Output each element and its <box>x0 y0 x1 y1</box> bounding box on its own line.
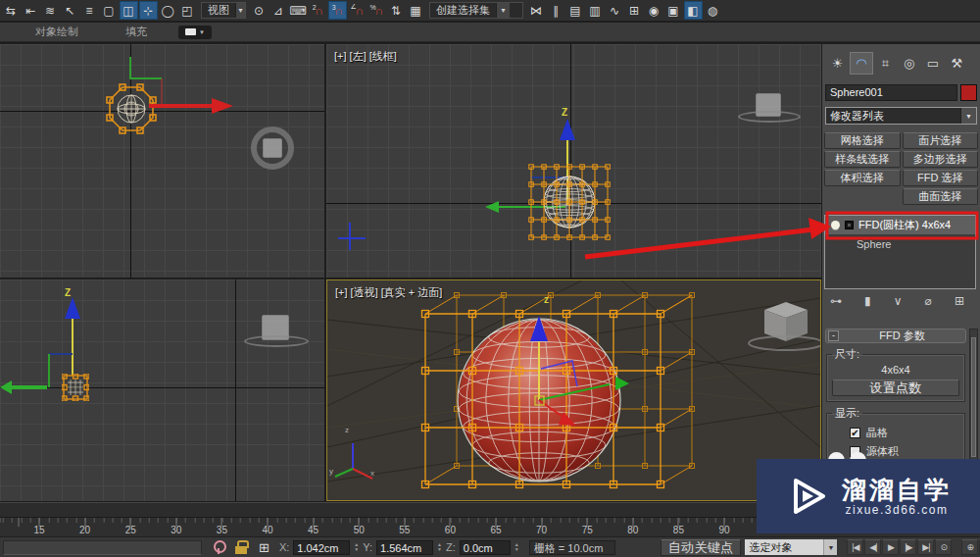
ribbon-tab-populate[interactable]: 填充 <box>112 25 161 39</box>
modifier-set-button[interactable]: 曲面选择 <box>903 188 979 205</box>
bind-to-space-warp-icon[interactable]: ≋ <box>41 1 60 20</box>
go-to-start-button[interactable]: |◀ <box>847 539 863 555</box>
x-spinner[interactable]: ▲▼ <box>354 542 359 552</box>
viewport-left[interactable]: [+] [左] [线框] Z <box>326 44 821 278</box>
modifier-stack[interactable]: FFD(圆柱体) 4x6x4 Sphere <box>824 215 976 289</box>
viewport-left-label[interactable]: [+] [左] [线框] <box>334 49 397 64</box>
key-icon[interactable] <box>214 540 223 555</box>
object-name-field[interactable]: Sphere001 <box>825 84 957 101</box>
modifier-set-button[interactable]: 多边形选择 <box>903 151 979 168</box>
chevron-down-icon[interactable]: ▼ <box>496 3 510 18</box>
modifier-set-button[interactable]: 样条线选择 <box>824 151 901 168</box>
window-crossing-icon[interactable]: ◫ <box>120 1 138 20</box>
previous-frame-button[interactable]: ◀| <box>864 539 881 555</box>
render-setup-icon[interactable]: ▣ <box>664 1 683 20</box>
keyboard-override-icon[interactable]: ⌨ <box>289 1 308 20</box>
select-and-rotate-icon[interactable]: ◯ <box>159 1 177 20</box>
select-and-link-icon[interactable]: ⇆ <box>2 1 21 20</box>
scrollbar-thumb[interactable] <box>971 337 976 457</box>
tab-modify[interactable]: ◠ <box>850 52 872 75</box>
next-frame-button[interactable]: |▶ <box>900 539 916 555</box>
viewcube-ring[interactable] <box>244 335 309 347</box>
z-spinner[interactable]: ▲▼ <box>514 542 519 552</box>
ffd-sphere-left-view[interactable] <box>527 162 612 244</box>
viewcube[interactable] <box>263 138 282 158</box>
tab-display[interactable]: ▭ <box>921 52 944 75</box>
viewcube[interactable] <box>749 302 820 350</box>
select-by-name-icon[interactable]: ≡ <box>80 1 99 20</box>
align-icon[interactable]: ∥ <box>547 1 565 20</box>
show-end-result-icon[interactable]: ▮ <box>864 294 871 308</box>
tab-utilities[interactable]: ⚒ <box>946 52 968 75</box>
layer-manager-icon[interactable]: ▤ <box>566 1 585 20</box>
unlink-selection-icon[interactable]: ⇤ <box>22 1 40 20</box>
ribbon-config-dropdown[interactable]: ▼ <box>178 25 212 39</box>
collapse-icon[interactable]: - <box>828 330 839 341</box>
viewport-perspective-label[interactable]: [+] [透视] [真实 + 边面] <box>335 285 442 300</box>
select-object-icon[interactable]: ↖ <box>61 1 79 20</box>
material-editor-icon[interactable]: ◉ <box>645 1 663 20</box>
spinner-snap-icon[interactable]: ⇅ <box>387 1 406 20</box>
zoom-icon[interactable]: ⊕ <box>961 539 978 555</box>
viewcube-ring[interactable] <box>738 111 801 123</box>
modifier-stack-row[interactable]: Sphere <box>825 234 975 253</box>
y-coordinate-field[interactable]: 1.564cm <box>376 540 433 555</box>
modifier-stack-row[interactable]: FFD(圆柱体) 4x6x4 <box>825 216 975 234</box>
source-volume-checkbox-label[interactable]: 源体积 <box>866 444 899 459</box>
modifier-list-dropdown[interactable]: 修改器列表 ▼ <box>825 107 977 125</box>
snap-3d-icon[interactable]: 3∩ <box>328 1 347 20</box>
percent-snap-icon[interactable]: %∩ <box>368 1 386 20</box>
select-and-scale-icon[interactable]: ◰ <box>178 1 197 20</box>
remove-modifier-icon[interactable]: ⌀ <box>925 294 932 308</box>
chevron-down-icon[interactable]: ▼ <box>960 108 976 124</box>
ribbon-tab-object-paint[interactable]: 对象绘制 <box>22 25 92 39</box>
edit-named-sets-icon[interactable]: ▦ <box>407 1 425 20</box>
render-production-icon[interactable]: ◍ <box>704 1 722 20</box>
selection-lock-icon[interactable] <box>235 540 247 554</box>
angle-snap-icon[interactable]: ∠∩ <box>348 1 367 20</box>
select-and-move-icon[interactable]: ⊹ <box>139 1 158 20</box>
coordinate-display-icon[interactable]: ⊞ <box>259 540 270 555</box>
rollout-header[interactable]: - FFD 参数 <box>825 329 966 343</box>
key-filter-dropdown[interactable]: 选定对象 ▼ <box>745 539 837 555</box>
ffd-sphere-front-view[interactable] <box>62 374 89 401</box>
named-selection-set-dropdown[interactable]: 创建选择集 ▼ <box>429 2 523 19</box>
curve-editor-icon[interactable]: ∿ <box>606 1 624 20</box>
modifier-set-button[interactable]: FFD 选择 <box>903 170 979 186</box>
set-number-of-points-button[interactable]: 设置点数 <box>832 380 959 396</box>
viewport-front[interactable]: Z <box>0 279 324 501</box>
viewport-top[interactable] <box>0 44 324 278</box>
configure-modifier-sets-icon[interactable]: ⊞ <box>955 294 964 308</box>
chevron-down-icon[interactable]: ▼ <box>235 3 245 18</box>
visibility-bulb-icon[interactable] <box>831 221 840 229</box>
modifier-set-button[interactable]: 面片选择 <box>903 132 979 149</box>
go-to-end-button[interactable]: ▶| <box>917 539 934 555</box>
z-coordinate-field[interactable]: 0.0cm <box>460 540 511 555</box>
move-gizmo-front-view[interactable] <box>0 297 118 415</box>
viewport-perspective[interactable]: [+] [透视] [真实 + 边面] z z x y <box>326 279 821 501</box>
pin-stack-icon[interactable]: ⊶ <box>830 294 842 308</box>
move-gizmo-top-view[interactable] <box>118 49 245 118</box>
play-button[interactable]: ▶ <box>882 539 899 555</box>
selection-region-icon[interactable]: ▢ <box>100 1 119 20</box>
schematic-view-icon[interactable]: ⊞ <box>625 1 644 20</box>
tab-motion[interactable]: ◎ <box>898 52 920 75</box>
reference-coordinate-dropdown[interactable]: 视图 ▼ <box>201 2 246 19</box>
tab-create[interactable]: ☀ <box>826 52 849 75</box>
snap-2d-icon[interactable]: 2∩ <box>309 1 327 20</box>
select-and-manipulate-icon[interactable]: ⊿ <box>270 1 288 20</box>
modifier-set-button[interactable]: 体积选择 <box>824 170 901 186</box>
modifier-set-button[interactable]: 网格选择 <box>824 132 901 149</box>
auto-key-button[interactable]: 自动关键点 <box>661 539 742 556</box>
x-coordinate-field[interactable]: 1.042cm <box>293 540 350 555</box>
use-pivot-center-icon[interactable]: ⊙ <box>250 1 269 20</box>
key-mode-button[interactable]: ⊙ <box>935 539 952 555</box>
chevron-down-icon[interactable]: ▼ <box>823 539 837 555</box>
y-spinner[interactable]: ▲▼ <box>437 542 442 552</box>
rendered-frame-icon[interactable]: ◧ <box>684 1 703 20</box>
lattice-checkbox-label[interactable]: 晶格 <box>866 426 888 440</box>
mirror-icon[interactable]: ⋈ <box>527 1 546 20</box>
tab-hierarchy[interactable]: ⌗ <box>874 52 897 75</box>
prompt-line[interactable] <box>3 540 202 555</box>
make-unique-icon[interactable]: ∨ <box>894 294 903 308</box>
